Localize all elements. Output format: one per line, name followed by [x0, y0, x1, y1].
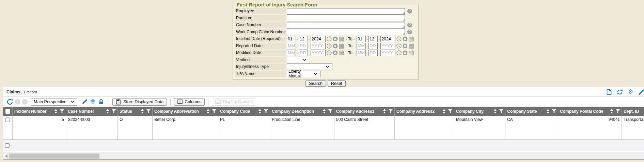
filter-icon[interactable] — [264, 109, 268, 113]
calendar-icon[interactable] — [339, 36, 344, 41]
incident-from-year-input[interactable] — [311, 36, 326, 42]
reported-to-year-input[interactable] — [380, 43, 395, 49]
work-comp-input[interactable] — [287, 29, 405, 35]
clock-icon[interactable] — [396, 50, 402, 55]
scrollbar-thumb[interactable] — [9, 154, 99, 159]
sort-icon[interactable] — [494, 109, 497, 113]
incident-to-year-input[interactable] — [380, 36, 395, 42]
refresh-icon[interactable] — [617, 89, 623, 95]
calendar-icon[interactable] — [339, 43, 344, 49]
column-header-company-address1[interactable]: Company Address1 — [334, 107, 395, 116]
search-button[interactable]: Search — [305, 80, 326, 87]
help-icon[interactable]: ? — [407, 23, 412, 28]
column-header-dept-id[interactable]: Dept. ID — [622, 107, 644, 116]
filter-icon[interactable] — [448, 109, 452, 113]
column-header-company-city[interactable]: Company City — [454, 107, 505, 116]
sort-icon[interactable] — [383, 109, 386, 113]
filter-icon[interactable] — [499, 109, 503, 113]
filter-icon[interactable] — [389, 109, 393, 113]
incident-to-day-input[interactable] — [368, 36, 378, 42]
modified-to-year-input[interactable] — [380, 50, 395, 56]
sort-icon[interactable] — [141, 109, 144, 113]
employee-input[interactable] — [287, 8, 405, 15]
modified-from-day-input[interactable] — [299, 50, 308, 56]
sort-icon[interactable] — [547, 109, 550, 113]
modified-to-day-input[interactable] — [368, 50, 378, 56]
clear-icon[interactable] — [333, 36, 338, 41]
scroll-left-arrow-icon[interactable] — [5, 155, 7, 158]
column-header-company-state[interactable]: Company State — [505, 107, 558, 116]
sort-icon[interactable] — [54, 109, 58, 113]
filter-icon[interactable] — [60, 109, 64, 113]
tpa-name-select[interactable]: Liberty Mutual — [287, 71, 320, 77]
perspective-select[interactable]: Main Perspective — [31, 98, 77, 106]
reported-from-month-input[interactable] — [287, 43, 296, 49]
calendar-icon[interactable] — [409, 43, 414, 49]
calendar-icon[interactable] — [339, 50, 344, 55]
new-document-icon[interactable] — [607, 89, 612, 95]
column-header-company-address2[interactable]: Company Address2 — [395, 107, 454, 116]
lock-icon[interactable] — [98, 99, 104, 105]
footer-row-checkbox[interactable] — [5, 143, 10, 148]
reset-button[interactable]: Reset — [328, 80, 346, 87]
reported-to-day-input[interactable] — [368, 43, 378, 49]
next-perspective-button[interactable]: › — [22, 99, 28, 105]
partition-input[interactable] — [287, 15, 405, 21]
filter-icon[interactable] — [112, 109, 116, 113]
row-checkbox[interactable] — [5, 118, 10, 122]
column-header-status[interactable]: Status — [118, 107, 153, 116]
column-header-company-code[interactable]: Company Code — [218, 107, 270, 116]
clear-icon[interactable] — [403, 43, 408, 49]
reported-from-year-input[interactable] — [311, 43, 326, 49]
column-header-company-description[interactable]: Company Description — [270, 107, 334, 116]
modified-from-month-input[interactable] — [287, 50, 296, 56]
column-header-company-postal-code[interactable]: Company Postal Code — [558, 107, 622, 116]
edit-pencil-icon[interactable] — [82, 99, 88, 105]
help-icon[interactable]: ? — [407, 9, 412, 14]
filter-icon[interactable] — [552, 109, 556, 113]
store-displayed-data-button[interactable]: Store Displayed Data — [112, 98, 167, 106]
filter-icon[interactable] — [146, 109, 151, 113]
previous-perspective-button[interactable]: ‹ — [15, 99, 20, 105]
clock-icon[interactable] — [396, 43, 402, 49]
verified-select[interactable] — [287, 57, 309, 63]
calendar-icon[interactable] — [409, 36, 414, 41]
modified-from-year-input[interactable] — [311, 50, 326, 56]
select-all-checkbox[interactable] — [5, 109, 10, 114]
filter-icon[interactable] — [328, 109, 332, 113]
filter-icon[interactable] — [616, 109, 620, 113]
sort-icon[interactable] — [323, 109, 326, 113]
delete-trash-icon[interactable] — [90, 99, 96, 105]
sort-icon[interactable] — [610, 109, 613, 113]
columns-button[interactable]: Columns — [174, 98, 205, 106]
column-header-incident-number[interactable]: Incident Number — [13, 107, 66, 116]
table-row[interactable]: 5 S2024-0003 O Better Corp. PL Productio… — [3, 116, 644, 140]
sort-icon[interactable] — [443, 109, 446, 113]
clear-icon[interactable] — [403, 36, 408, 41]
incident-from-day-input[interactable] — [299, 36, 308, 42]
gear-icon[interactable]: ⚙ — [628, 89, 633, 95]
undo-icon[interactable] — [6, 98, 13, 105]
tools-icon[interactable] — [639, 89, 644, 95]
modified-to-month-input[interactable] — [357, 50, 366, 56]
reported-to-month-input[interactable] — [357, 43, 366, 49]
clock-icon[interactable] — [396, 36, 402, 41]
incident-to-month-input[interactable] — [357, 36, 366, 42]
clock-icon[interactable] — [327, 50, 332, 55]
calendar-icon[interactable] — [409, 50, 414, 55]
clear-icon[interactable] — [403, 50, 408, 55]
sort-icon[interactable] — [258, 109, 262, 113]
sort-icon[interactable] — [207, 109, 210, 113]
clear-icon[interactable] — [333, 50, 338, 55]
help-icon[interactable]: ? — [407, 30, 412, 34]
filter-icon[interactable] — [212, 109, 216, 113]
reported-from-day-input[interactable] — [299, 43, 308, 49]
column-header-company-abbreviation[interactable]: Company Abbreviation — [153, 107, 218, 116]
clock-icon[interactable] — [327, 43, 332, 49]
horizontal-scrollbar[interactable] — [3, 152, 644, 159]
case-number-input[interactable] — [287, 22, 405, 29]
incident-from-month-input[interactable] — [287, 36, 296, 42]
clock-icon[interactable] — [327, 36, 332, 41]
sort-icon[interactable] — [106, 109, 109, 113]
clear-icon[interactable] — [333, 43, 338, 49]
